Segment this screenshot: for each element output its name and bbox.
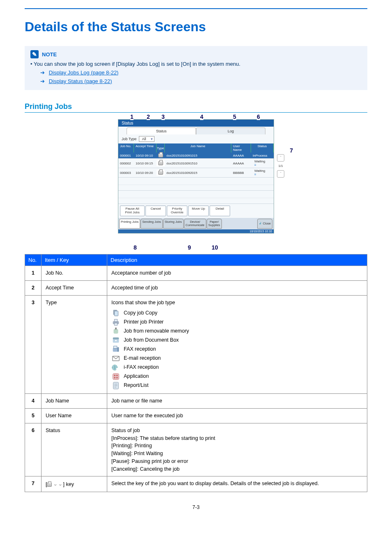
type-icon (157, 153, 165, 158)
table-row: 2 Accept Time Accepted time of job (25, 280, 367, 295)
svg-rect-19 (116, 377, 118, 379)
table-row: 7 [⌄⌄] key Select the key of the job you… (25, 476, 367, 492)
callout-2: 2 (147, 113, 150, 120)
status-screenshot: Status Status Log Job Type All Job No. A… (118, 119, 274, 234)
timestamp: 10/10/2015 10:10 (118, 229, 274, 233)
table-row: 4 Job Name Job name or file name (25, 394, 367, 409)
table-header: Job No. Accept Time Type Job Name User N… (118, 143, 274, 153)
scroll-up-button[interactable]: ˆ (277, 154, 284, 162)
window-title: Status (118, 120, 274, 127)
report-icon (111, 381, 120, 390)
printer-mini-icon (47, 483, 52, 487)
table-row[interactable]: 000003 10/10 09:20 doc20151010092015 BBB… (118, 168, 274, 178)
printer-icon (111, 318, 120, 327)
mail-icon (111, 354, 120, 363)
note-link-row: ➔ Display Jobs Log (page 8-22) (30, 69, 362, 76)
table-row: 1 Job No. Acceptance number of job (25, 266, 367, 281)
callout-5: 5 (233, 113, 236, 120)
close-button[interactable]: Close (257, 219, 272, 229)
callout-6: 6 (257, 113, 260, 120)
svg-rect-17 (116, 375, 118, 377)
callout-7: 7 (290, 147, 293, 154)
svg-rect-1 (114, 311, 118, 316)
table-row[interactable]: 000001 10/10 09:10 doc20151010091015 AAA… (118, 153, 274, 159)
note-block: ✎ NOTE • You can show the job log screen… (25, 46, 367, 90)
tab-status[interactable]: Status (127, 127, 196, 134)
tab-printing-jobs[interactable]: Printing Jobs (119, 219, 140, 229)
callout-3: 3 (161, 113, 165, 120)
tab-log[interactable]: Log (196, 127, 265, 134)
copy-icon (111, 309, 120, 318)
chevron-down-icon: ⌄⌄ (53, 481, 63, 488)
ifax-icon (111, 363, 120, 372)
callout-8: 8 (134, 244, 137, 251)
svg-rect-8 (113, 338, 119, 340)
type-icon (157, 170, 165, 176)
svg-rect-3 (114, 319, 117, 322)
svg-rect-12 (118, 347, 119, 352)
page-title: Details of the Status Screens (25, 19, 367, 35)
svg-rect-6 (115, 328, 117, 330)
box-icon (111, 336, 120, 345)
tab-device-communicate[interactable]: Device/Communicate (184, 219, 206, 229)
page-indicator: 1/1 (278, 164, 283, 168)
detail-button[interactable]: Detail (210, 206, 230, 216)
fax-icon (111, 345, 120, 354)
note-label: NOTE (42, 51, 57, 58)
th-desc: Description (107, 254, 367, 266)
svg-rect-11 (114, 346, 117, 349)
table-row: 3 Type Icons that show the job type Copy… (25, 295, 367, 394)
callout-4: 4 (200, 113, 203, 120)
note-link-row: ➔ Display Status (page 8-22) (30, 78, 362, 84)
move-up-button[interactable]: Move Up (188, 206, 209, 216)
description-table: No. Item / Key Description 1 Job No. Acc… (25, 254, 367, 492)
svg-rect-16 (114, 375, 115, 377)
svg-rect-15 (113, 374, 119, 380)
arrow-icon: ➔ (40, 78, 45, 84)
note-heading: ✎ NOTE (30, 50, 362, 58)
note-link-display-status[interactable]: Display Status (page 8-22) (49, 78, 112, 84)
page-number: 7-3 (25, 504, 367, 510)
note-icon: ✎ (30, 50, 39, 58)
svg-rect-9 (115, 340, 117, 341)
th-item: Item / Key (42, 254, 107, 266)
arrow-icon: ➔ (40, 69, 45, 76)
job-type-label: Job Type (122, 137, 136, 141)
section-title: Printing Jobs (25, 102, 367, 113)
note-line: • You can show the job log screen if [Di… (30, 61, 362, 67)
svg-rect-5 (114, 329, 118, 334)
callout-1: 1 (130, 113, 134, 120)
scroll-down-button[interactable]: ˇ (277, 170, 284, 178)
usb-icon (111, 327, 120, 336)
svg-rect-18 (114, 377, 115, 379)
svg-rect-4 (114, 323, 117, 326)
type-icon (157, 160, 165, 166)
callout-9: 9 (188, 244, 191, 251)
note-link-jobs-log[interactable]: Display Jobs Log (page 8-22) (49, 69, 119, 76)
tab-sending-jobs[interactable]: Sending Jobs (141, 219, 162, 229)
table-row: 6 Status Status of job [InProcess]: The … (25, 423, 367, 476)
tab-paper-supplies[interactable]: Paper/Supplies (207, 219, 222, 229)
cancel-button[interactable]: Cancel (145, 206, 166, 216)
job-type-select[interactable]: All (139, 136, 154, 142)
callout-10: 10 (212, 244, 218, 251)
table-row[interactable]: 000002 10/10 09:15 doc20151010091510 AAA… (118, 159, 274, 168)
th-no: No. (25, 254, 42, 266)
tab-storing-jobs[interactable]: Storing Jobs (163, 219, 184, 229)
pause-all-button[interactable]: Pause AllPrint Jobs (120, 206, 145, 216)
app-icon (111, 372, 120, 381)
table-row: 5 User Name User name for the executed j… (25, 409, 367, 423)
priority-override-button[interactable]: PriorityOverride (167, 206, 187, 216)
